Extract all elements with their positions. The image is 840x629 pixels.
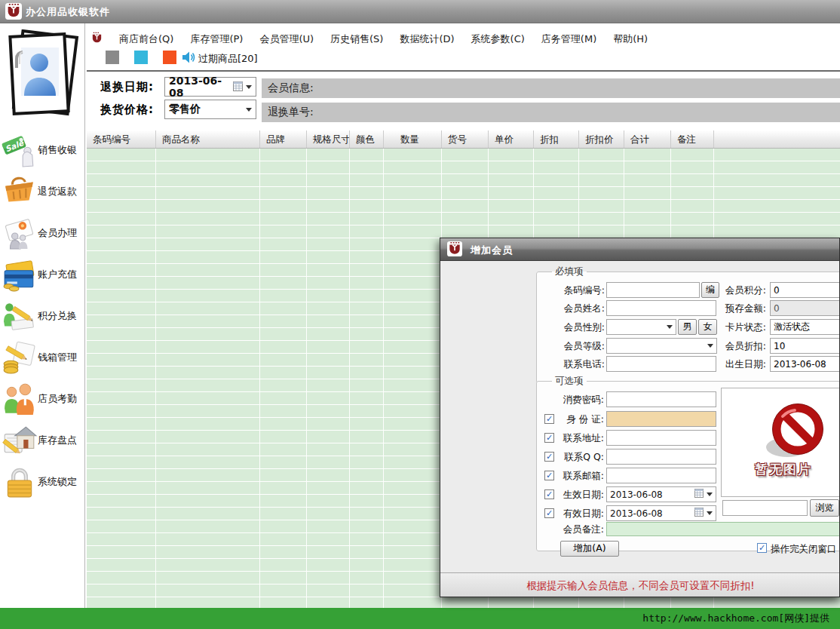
- order-no-bar: 退换单号:: [262, 103, 840, 122]
- col-header-color[interactable]: 颜色: [350, 130, 384, 148]
- menu-members[interactable]: 会员管理(U): [251, 30, 322, 48]
- chevron-down-icon: [246, 108, 252, 112]
- expired-goods-alert[interactable]: 过期商品[20]: [181, 50, 258, 68]
- male-button[interactable]: 男: [678, 319, 697, 335]
- no-image-sign-icon: [762, 399, 831, 468]
- phone-input[interactable]: [606, 356, 716, 372]
- col-header-total[interactable]: 合计: [624, 130, 671, 148]
- menu-help[interactable]: 帮助(H): [605, 30, 656, 48]
- col-header-itemno[interactable]: 货号: [442, 130, 489, 148]
- sidebar-item-label: 店员考勤: [38, 392, 77, 406]
- photo-path-input[interactable]: [722, 500, 808, 516]
- member-name-input[interactable]: [606, 300, 716, 316]
- deposit-label: 预存金额:: [721, 302, 766, 315]
- sidebar-item-cashbox-manage[interactable]: 钱箱管理: [0, 336, 85, 378]
- id-card-checkbox[interactable]: ✓: [544, 414, 554, 424]
- address-input[interactable]: [606, 430, 716, 446]
- member-discount-input[interactable]: [770, 338, 840, 354]
- end-date-label: 有效日期:: [555, 508, 604, 520]
- photo-stack-image: [5, 29, 80, 129]
- col-header-name[interactable]: 商品名称: [156, 130, 260, 148]
- end-date-picker[interactable]: 2013-06-08: [606, 505, 716, 521]
- female-button[interactable]: 女: [698, 319, 717, 335]
- start-date-label: 生效日期:: [555, 489, 604, 502]
- sidebar-menu: Sale 销售收银 退货返款 会员办理 账户充值 积分: [0, 129, 85, 502]
- calendar-icon: [233, 80, 243, 94]
- points-pencil-icon: [2, 299, 38, 333]
- col-header-discount[interactable]: 折扣: [534, 130, 579, 148]
- end-date-value: 2013-06-08: [610, 508, 694, 519]
- menu-sales-history[interactable]: 历史销售(S): [322, 30, 391, 48]
- sidebar-item-return-refund[interactable]: 退货返款: [0, 170, 85, 212]
- window-title-bar[interactable]: 办公用品收银软件: [0, 0, 840, 23]
- sidebar-item-member-service[interactable]: 会员办理: [0, 212, 85, 253]
- sidebar-item-points-redeem[interactable]: 积分兑换: [0, 295, 85, 336]
- col-header-remark[interactable]: 备注: [671, 130, 714, 148]
- credit-cards-icon: [2, 257, 38, 292]
- sidebar-item-system-lock[interactable]: 系统锁定: [0, 461, 85, 502]
- address-checkbox[interactable]: ✓: [544, 433, 554, 443]
- inventory-house-icon: [2, 423, 38, 458]
- qq-input[interactable]: [606, 449, 716, 465]
- sidebar-item-inventory-check[interactable]: 库存盘点: [0, 419, 85, 461]
- col-header-discprice[interactable]: 折扣价: [579, 130, 624, 148]
- dialog-title: 增加会员: [471, 244, 513, 257]
- menu-inventory[interactable]: 库存管理(P): [182, 30, 251, 48]
- start-date-checkbox[interactable]: ✓: [544, 489, 554, 499]
- sidebar-item-label: 退货返款: [38, 185, 77, 198]
- id-card-label: 身 份 证:: [555, 413, 604, 426]
- col-header-size[interactable]: 规格尺寸: [307, 130, 350, 148]
- items-table-header: 条码编号 商品名称 品牌 规格尺寸 颜色 数量 货号 单价 折扣 折扣价 合计 …: [87, 130, 840, 149]
- card-status-input[interactable]: [770, 319, 840, 335]
- card-status-label: 卡片状态:: [721, 321, 766, 334]
- chevron-down-icon: [707, 492, 713, 496]
- barcode-input[interactable]: [606, 282, 700, 298]
- legend-squares: [106, 51, 192, 64]
- menu-store-front[interactable]: 商店前台(Q): [111, 30, 182, 48]
- id-card-input[interactable]: [606, 411, 716, 427]
- sidebar-item-sales-checkout[interactable]: Sale 销售收银: [0, 129, 85, 170]
- edit-barcode-button[interactable]: 编: [701, 282, 719, 298]
- sidebar-item-account-recharge[interactable]: 账户充值: [0, 253, 85, 295]
- close-after-done-label: 操作完关闭窗口: [771, 543, 840, 556]
- screen: { "window": { "title": "办公用品收银软件" }, "me…: [0, 0, 840, 629]
- email-checkbox[interactable]: ✓: [544, 471, 554, 480]
- email-input[interactable]: [606, 468, 716, 483]
- col-header-qty[interactable]: 数量: [384, 130, 442, 148]
- col-header-barcode[interactable]: 条码编号: [87, 130, 156, 148]
- window-title: 办公用品收银软件: [26, 5, 110, 19]
- member-level-select[interactable]: [606, 338, 717, 354]
- gender-select[interactable]: [606, 319, 676, 335]
- qq-checkbox[interactable]: ✓: [544, 452, 554, 462]
- expired-goods-text: 过期商品[20]: [198, 52, 258, 66]
- browse-button[interactable]: 浏览: [810, 499, 839, 517]
- col-header-price[interactable]: 单价: [489, 130, 534, 148]
- sidebar-item-label: 钱箱管理: [38, 351, 77, 364]
- exchange-price-value: 零售价: [169, 103, 243, 116]
- return-date-picker[interactable]: 2013-06-08: [164, 77, 256, 97]
- exchange-price-label: 换货价格:: [100, 103, 154, 117]
- close-after-done-checkbox[interactable]: ✓: [757, 543, 767, 553]
- menu-system-params[interactable]: 系统参数(C): [463, 30, 533, 48]
- email-label: 联系邮箱:: [555, 470, 604, 483]
- start-date-picker[interactable]: 2013-06-08: [606, 486, 716, 502]
- points-input[interactable]: [770, 282, 840, 298]
- member-note-input[interactable]: [606, 522, 840, 536]
- deposit-input: [770, 300, 840, 316]
- menu-store-manage[interactable]: 店务管理(M): [533, 30, 605, 48]
- sidebar-item-label: 库存盘点: [38, 434, 77, 447]
- sidebar-item-staff-attendance[interactable]: 店员考勤: [0, 378, 85, 419]
- add-button[interactable]: 增加(A): [560, 541, 619, 557]
- menu-statistics[interactable]: 数据统计(D): [391, 30, 462, 48]
- return-date-label: 退换日期:: [100, 80, 154, 94]
- toolbar-divider: [87, 70, 840, 72]
- birth-date-input[interactable]: [770, 356, 840, 372]
- birth-date-label: 出生日期:: [721, 358, 766, 371]
- end-date-checkbox[interactable]: ✓: [544, 508, 554, 518]
- start-date-value: 2013-06-08: [610, 489, 694, 500]
- password-input[interactable]: [606, 391, 716, 407]
- dialog-title-bar[interactable]: 增加会员: [440, 238, 840, 261]
- exchange-price-select[interactable]: 零售价: [164, 100, 256, 119]
- staff-people-icon: [2, 382, 38, 416]
- col-header-brand[interactable]: 品牌: [260, 130, 307, 148]
